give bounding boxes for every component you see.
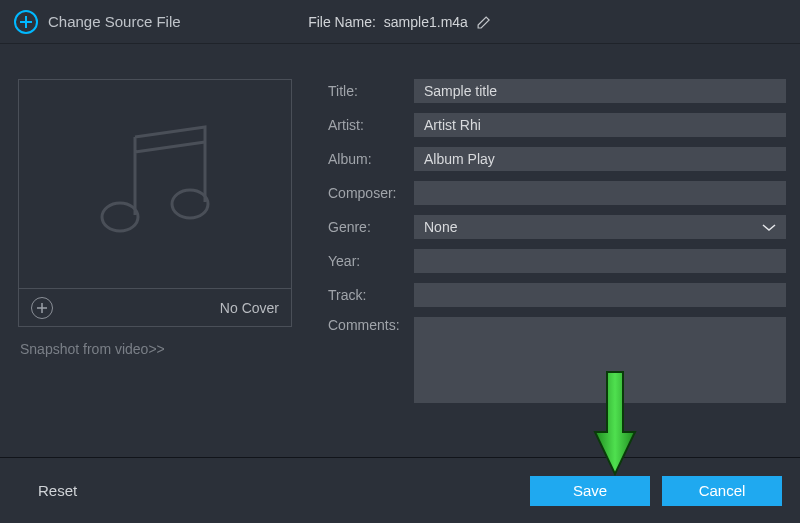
edit-filename-icon[interactable]: [476, 14, 492, 30]
artist-label: Artist:: [328, 117, 414, 133]
add-cover-button[interactable]: [31, 297, 53, 319]
track-label: Track:: [328, 287, 414, 303]
main-content: No Cover Snapshot from video>> Title: Ar…: [0, 44, 800, 439]
title-label: Title:: [328, 83, 414, 99]
title-input[interactable]: [414, 79, 786, 103]
metadata-fields: Title: Artist: Album: Composer: Genre: N…: [328, 79, 786, 439]
chevron-down-icon: [762, 219, 776, 235]
year-label: Year:: [328, 253, 414, 269]
album-label: Album:: [328, 151, 414, 167]
genre-label: Genre:: [328, 219, 414, 235]
snapshot-from-video-link[interactable]: Snapshot from video>>: [20, 341, 298, 357]
file-name-value: sample1.m4a: [384, 14, 468, 30]
file-name-display: File Name: sample1.m4a: [308, 14, 492, 30]
comments-label: Comments:: [328, 317, 414, 333]
composer-input[interactable]: [414, 181, 786, 205]
svg-point-0: [102, 203, 138, 231]
change-source-link[interactable]: Change Source File: [48, 13, 181, 30]
composer-label: Composer:: [328, 185, 414, 201]
genre-value: None: [424, 219, 457, 235]
reset-button[interactable]: Reset: [18, 476, 97, 505]
artist-input[interactable]: [414, 113, 786, 137]
cover-column: No Cover Snapshot from video>>: [18, 79, 298, 439]
cover-art-box: [18, 79, 292, 289]
footer-bar: Reset Save Cancel: [0, 457, 800, 523]
no-cover-label: No Cover: [220, 300, 279, 316]
year-input[interactable]: [414, 249, 786, 273]
header-bar: Change Source File File Name: sample1.m4…: [0, 0, 800, 44]
track-input[interactable]: [414, 283, 786, 307]
comments-input[interactable]: [414, 317, 786, 403]
cover-toolbar: No Cover: [18, 289, 292, 327]
change-source-plus-icon[interactable]: [14, 10, 38, 34]
svg-point-1: [172, 190, 208, 218]
music-note-icon: [90, 122, 220, 247]
file-name-label: File Name:: [308, 14, 376, 30]
save-button[interactable]: Save: [530, 476, 650, 506]
album-input[interactable]: [414, 147, 786, 171]
genre-select[interactable]: None: [414, 215, 786, 239]
cancel-button[interactable]: Cancel: [662, 476, 782, 506]
